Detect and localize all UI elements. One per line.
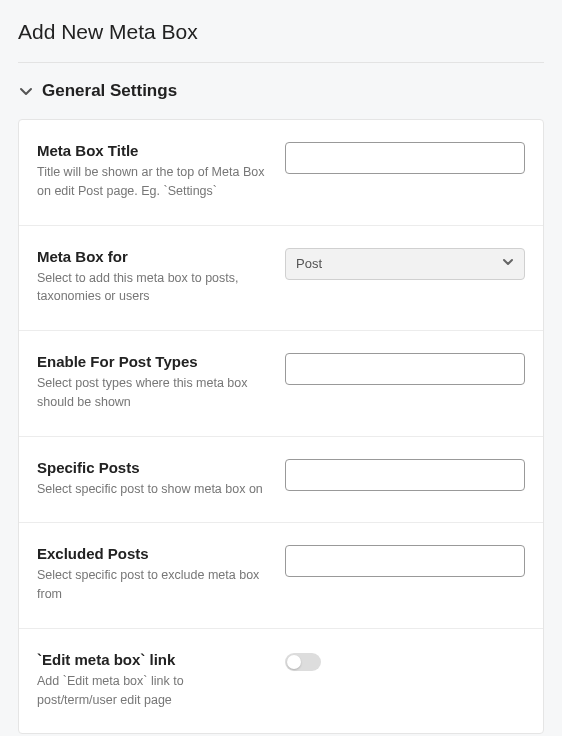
label-meta-box-for: Meta Box for [37,248,265,265]
row-meta-box-for: Meta Box for Select to add this meta box… [19,226,543,332]
row-edit-meta-box-link: `Edit meta box` link Add `Edit meta box`… [19,629,543,734]
label-specific-posts: Specific Posts [37,459,265,476]
toggle-edit-meta-box-link[interactable] [285,653,321,671]
desc-meta-box-for: Select to add this meta box to posts, ta… [37,269,265,307]
toggle-knob [287,655,301,669]
desc-enable-post-types: Select post types where this meta box sh… [37,374,265,412]
section-header-general[interactable]: General Settings [0,63,562,119]
label-meta-box-title: Meta Box Title [37,142,265,159]
settings-panel: Meta Box Title Title will be shown ar th… [18,119,544,734]
select-meta-box-for[interactable]: Post [285,248,525,280]
desc-excluded-posts: Select specific post to exclude meta box… [37,566,265,604]
label-enable-post-types: Enable For Post Types [37,353,265,370]
row-meta-box-title: Meta Box Title Title will be shown ar th… [19,120,543,226]
input-specific-posts[interactable] [285,459,525,491]
input-meta-box-title[interactable] [285,142,525,174]
label-excluded-posts: Excluded Posts [37,545,265,562]
section-title: General Settings [42,81,177,101]
desc-specific-posts: Select specific post to show meta box on [37,480,265,499]
desc-meta-box-title: Title will be shown ar the top of Meta B… [37,163,265,201]
input-enable-post-types[interactable] [285,353,525,385]
page-title: Add New Meta Box [0,0,562,62]
label-edit-meta-box-link: `Edit meta box` link [37,651,265,668]
desc-edit-meta-box-link: Add `Edit meta box` link to post/term/us… [37,672,265,710]
row-excluded-posts: Excluded Posts Select specific post to e… [19,523,543,629]
chevron-down-icon [18,83,34,99]
row-specific-posts: Specific Posts Select specific post to s… [19,437,543,524]
input-excluded-posts[interactable] [285,545,525,577]
row-enable-post-types: Enable For Post Types Select post types … [19,331,543,437]
